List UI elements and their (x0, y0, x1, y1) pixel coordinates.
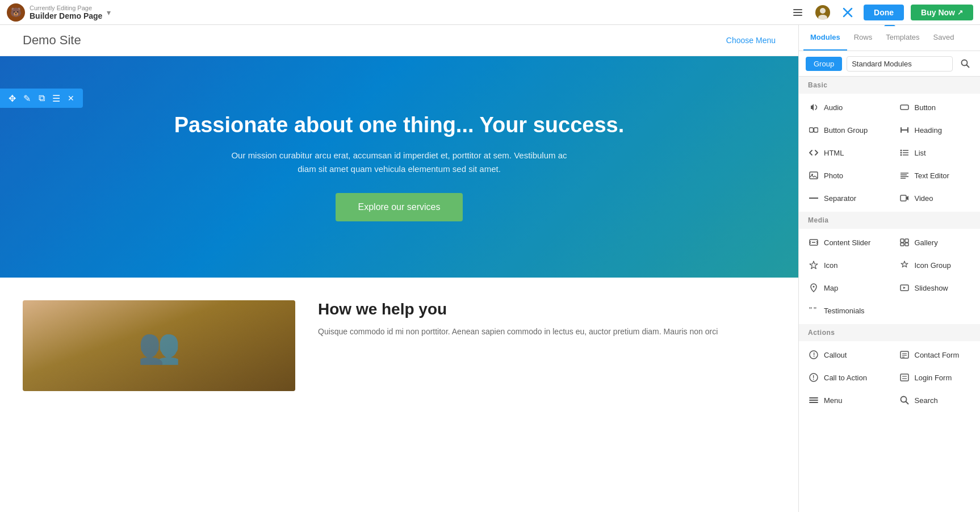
testimonials-icon: "" (808, 305, 819, 316)
search-icon[interactable] (957, 56, 973, 72)
module-button[interactable]: Button (890, 96, 981, 119)
section-actions: Actions (799, 324, 980, 341)
content-heading: How we help you (318, 300, 776, 318)
group-button[interactable]: Group (806, 57, 842, 71)
content-body: Quisque commodo id mi non porttitor. Aen… (318, 325, 776, 338)
section-media: Media (799, 212, 980, 229)
svg-rect-34 (901, 243, 904, 246)
button-icon (899, 102, 910, 113)
bullet-list-icon[interactable] (789, 3, 807, 22)
svg-rect-11 (810, 128, 814, 132)
module-testimonials[interactable]: "" Testimonials (799, 299, 890, 322)
module-photo[interactable]: Photo (799, 164, 890, 187)
tab-templates[interactable]: Templates (879, 25, 926, 51)
module-menu[interactable]: Menu (799, 389, 890, 412)
tab-rows[interactable]: Rows (847, 25, 880, 51)
chevron-down-icon[interactable]: ▾ (107, 8, 111, 17)
svg-point-17 (900, 150, 902, 152)
hero-cta-button[interactable]: Explore our services (336, 193, 463, 221)
slideshow-icon (899, 282, 910, 293)
module-slideshow[interactable]: Slideshow (890, 276, 981, 299)
user-avatar-icon[interactable] (814, 3, 832, 22)
module-callout[interactable]: ! Callout (799, 343, 890, 366)
contact-form-label: Contact Form (915, 351, 960, 359)
content-slider-icon (808, 237, 819, 248)
html-label: HTML (824, 149, 844, 157)
module-html[interactable]: HTML (799, 141, 890, 164)
move-icon[interactable]: ✥ (6, 92, 18, 104)
module-list[interactable]: List (890, 141, 981, 164)
site-header: Demo Site Choose Menu (0, 25, 798, 56)
module-text-editor[interactable]: Text Editor (890, 164, 981, 187)
module-login-form[interactable]: Login Form (890, 366, 981, 389)
button-label: Button (915, 103, 936, 112)
svg-rect-29 (901, 195, 906, 201)
svg-rect-10 (901, 105, 908, 110)
module-contact-form[interactable]: Contact Form (890, 343, 981, 366)
photo-label: Photo (824, 171, 843, 180)
text-editor-icon (899, 170, 910, 181)
actions-modules-grid: ! Callout Contact Form ! Call to Action (799, 341, 980, 414)
duplicate-icon[interactable]: ⧉ (35, 92, 48, 104)
svg-rect-48 (901, 374, 908, 381)
module-content-slider[interactable]: Content Slider (799, 231, 890, 254)
svg-rect-1 (793, 12, 802, 13)
module-group-select[interactable]: Standard Modules Custom Modules (847, 56, 953, 72)
slideshow-label: Slideshow (915, 284, 948, 292)
icon-group-label: Icon Group (915, 261, 951, 270)
gallery-icon (899, 237, 910, 248)
buy-now-label: Buy Now (921, 8, 955, 17)
right-panel: Modules Rows Templates Saved Group Stand… (798, 25, 980, 512)
choose-menu-link[interactable]: Choose Menu (726, 36, 776, 45)
module-icon[interactable]: Icon (799, 254, 890, 276)
module-separator[interactable]: Separator (799, 187, 890, 209)
photo-icon (808, 170, 819, 181)
button-group-icon (808, 124, 819, 136)
panel-toolbar: Group Standard Modules Custom Modules (799, 51, 980, 77)
basic-modules-grid: Audio Button Button Group (799, 94, 980, 212)
module-map[interactable]: Map (799, 276, 890, 299)
html-icon (808, 147, 819, 158)
separator-icon (808, 192, 819, 204)
module-heading[interactable]: Heading (890, 119, 981, 141)
content-slider-label: Content Slider (824, 238, 870, 247)
done-button[interactable]: Done (864, 5, 904, 20)
media-modules-grid: Content Slider Gallery Icon (799, 229, 980, 324)
canvas-area: Demo Site Choose Menu ✥ ✎ ⧉ ☰ ✕ Passiona… (0, 25, 798, 512)
svg-rect-2 (793, 15, 802, 16)
content-section: How we help you Quisque commodo id mi no… (0, 278, 798, 414)
row-toolbar: ✥ ✎ ⧉ ☰ ✕ (0, 89, 83, 108)
module-search[interactable]: Search (890, 389, 981, 412)
svg-point-19 (900, 152, 902, 154)
module-gallery[interactable]: Gallery (890, 231, 981, 254)
menu-label: Menu (824, 396, 843, 405)
content-text: How we help you Quisque commodo id mi no… (318, 300, 776, 338)
top-bar-left: 🐻 Currently Editing Page Builder Demo Pa… (7, 3, 789, 22)
buy-now-button[interactable]: Buy Now ↗ (911, 5, 973, 20)
close-icon[interactable] (839, 3, 857, 22)
modules-list: Basic Audio Button (799, 77, 980, 512)
settings-icon[interactable]: ☰ (50, 92, 62, 104)
text-editor-label: Text Editor (915, 171, 949, 180)
login-form-icon (899, 372, 910, 383)
hero-subtext: Our mission curabitur arcu erat, accumsa… (229, 149, 569, 176)
svg-text:!: ! (813, 375, 814, 381)
tab-modules[interactable]: Modules (803, 25, 847, 51)
module-audio[interactable]: Audio (799, 96, 890, 119)
module-call-to-action[interactable]: ! Call to Action (799, 366, 890, 389)
module-button-group[interactable]: Button Group (799, 119, 890, 141)
module-icon-group[interactable]: Icon Group (890, 254, 981, 276)
top-bar-right: Done Buy Now ↗ (789, 3, 973, 22)
delete-icon[interactable]: ✕ (65, 92, 77, 104)
section-basic: Basic (799, 77, 980, 94)
testimonials-label: Testimonials (824, 307, 865, 315)
svg-point-36 (813, 286, 815, 288)
page-builder: Demo Site Choose Menu ✥ ✎ ⧉ ☰ ✕ Passiona… (0, 25, 980, 512)
search-label: Search (915, 396, 938, 405)
svg-rect-35 (905, 243, 908, 246)
svg-rect-12 (814, 128, 818, 132)
tab-saved[interactable]: Saved (927, 25, 961, 51)
panel-triangle (884, 25, 895, 26)
edit-icon[interactable]: ✎ (20, 92, 33, 104)
module-video[interactable]: Video (890, 187, 981, 209)
